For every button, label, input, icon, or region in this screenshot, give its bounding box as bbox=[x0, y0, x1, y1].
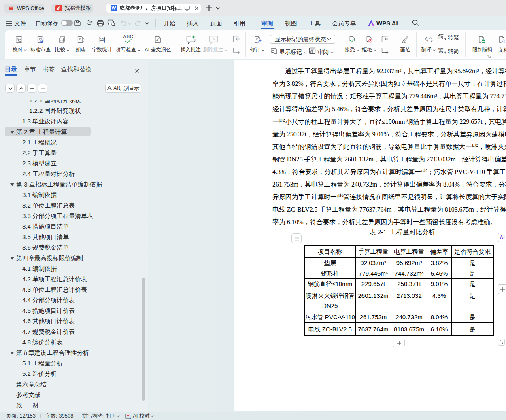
svg-text:12: 12 bbox=[100, 38, 104, 42]
svg-text:A: A bbox=[429, 36, 432, 40]
